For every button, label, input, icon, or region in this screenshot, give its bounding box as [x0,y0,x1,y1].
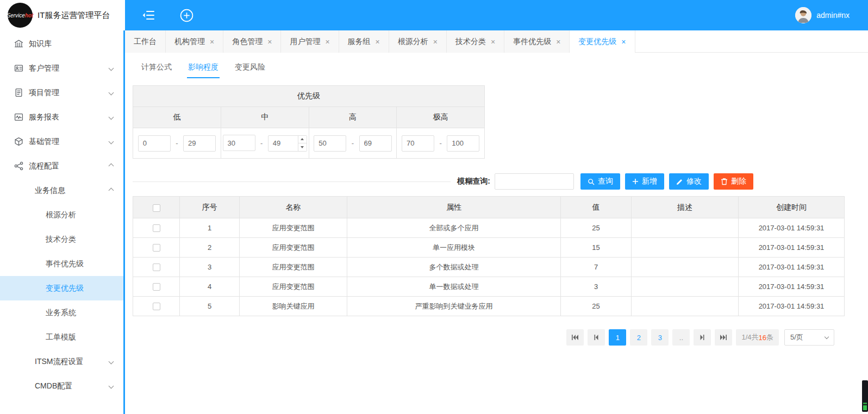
sidebar-item-label: 流程配置 [29,161,59,171]
tab-service-group[interactable]: 服务组× [339,30,389,53]
query-button-label: 查询 [598,177,613,186]
sidebar-item-label: 变更优先级 [46,284,84,293]
column-header-created: 创建时间 [739,197,845,218]
sidebar-item-service-report[interactable]: 服务报表 [0,105,125,129]
logo: Servicehot [8,3,33,28]
sidebar-item-tech-category[interactable]: 技术分类 [0,227,125,252]
subtab-calc-formula[interactable]: 计算公式 [140,58,173,78]
row-checkbox[interactable] [153,283,160,291]
row-checkbox[interactable] [153,303,160,310]
table-row[interactable]: 4 应用变更范围 单一数据或处理 3 2017-03-01 14:59:31 [133,277,845,297]
close-icon[interactable]: × [621,38,626,46]
spinner-up-icon[interactable] [298,136,307,143]
search-icon [588,178,595,185]
sidebar-item-cmdb-config[interactable]: CMDB配置 [0,374,125,398]
spinner-down-icon[interactable] [298,143,307,151]
select-all-cell [133,197,180,218]
sidebar-item-incident-priority[interactable]: 事件优先级 [0,252,125,276]
table-row[interactable]: 1 应用变更范围 全部或多个应用 25 2017-03-01 14:59:31 [133,218,845,238]
cell-attr: 单一应用模块 [347,238,561,258]
sidebar-item-change-priority[interactable]: 变更优先级 [0,276,125,300]
tab-workbench[interactable]: 工作台 [125,30,166,53]
chevron-up-icon [109,164,114,169]
chevron-down-icon [109,384,114,389]
close-icon[interactable]: × [433,38,438,46]
sidebar-item-project-mgmt[interactable]: 项目管理 [0,80,125,105]
last-page-button[interactable] [715,329,732,346]
sidebar-item-process-config[interactable]: 流程配置 [0,154,125,178]
tab-root-cause[interactable]: 根源分析× [389,30,447,53]
cell-name: 应用变更范围 [240,218,347,238]
first-page-button[interactable] [566,329,584,346]
tab-label: 服务组 [348,37,371,47]
sidebar-item-base-mgmt[interactable]: 基础管理 [0,129,125,154]
close-icon[interactable]: × [491,38,495,46]
side-nav: 知识库 客户管理 项目管理 服务报表 基础管理 流程配置 业务信息 [0,30,125,398]
delete-button[interactable]: 删除 [714,173,753,190]
close-icon[interactable]: × [376,38,380,46]
subtab-impact-level[interactable]: 影响程度 [187,58,220,78]
priority-critical-max-input[interactable] [447,135,479,152]
toolbar: 模糊查询: 查询 新增 修改 删除 [133,173,844,190]
prev-page-button[interactable] [588,329,605,346]
table-row[interactable]: 2 应用变更范围 单一应用模块 15 2017-03-01 14:59:31 [133,238,845,258]
number-spinner [298,136,307,151]
page-button-2[interactable]: 2 [630,329,647,346]
sidebar-item-root-cause[interactable]: 根源分析 [0,203,125,227]
pagination: 1 2 3 .. 1/4共16条 5/页 [133,329,844,346]
tab-user-mgmt[interactable]: 用户管理× [281,30,339,53]
page-ellipsis[interactable]: .. [672,329,690,346]
priority-low-min-input[interactable] [138,135,171,152]
edit-button[interactable]: 修改 [669,173,709,190]
close-icon[interactable]: × [267,38,272,46]
page-button-1[interactable]: 1 [609,329,626,346]
sidebar-item-knowledge-base[interactable]: 知识库 [0,32,125,56]
add-tab-icon[interactable] [179,8,194,23]
priority-mid-min-input[interactable] [223,135,255,151]
tab-change-priority[interactable]: 变更优先级× [570,30,635,53]
page-button-3[interactable]: 3 [651,329,669,346]
cube-icon [14,137,23,146]
tab-org-mgmt[interactable]: 机构管理× [166,30,223,53]
chevron-down-icon [109,115,114,120]
priority-low-max-input[interactable] [183,135,216,152]
table-row[interactable]: 3 应用变更范围 多个数据或处理 7 2017-03-01 14:59:31 [133,258,845,277]
range-separator: - [176,139,178,147]
subtab-change-risk[interactable]: 变更风险 [234,58,266,78]
row-checkbox[interactable] [153,264,160,271]
select-all-checkbox[interactable] [153,204,160,212]
priority-level-header: 低 [133,107,221,128]
close-icon[interactable]: × [325,38,329,46]
sidebar-item-business-system[interactable]: 业务系统 [0,300,125,325]
next-page-button[interactable] [694,329,711,346]
chevron-down-icon [109,359,114,365]
cell-created: 2017-03-01 14:59:31 [739,218,845,238]
page-size-select[interactable]: 5/页 [784,329,834,346]
sidebar-item-itsm-process[interactable]: ITSM流程设置 [0,349,125,374]
close-icon[interactable]: × [556,38,560,46]
tab-incident-priority[interactable]: 事件优先级× [504,30,570,53]
priority-high-min-input[interactable] [314,135,346,152]
close-icon[interactable]: × [210,38,214,46]
user-menu[interactable]: admin#nx [795,7,850,23]
tab-label: 事件优先级 [513,37,551,47]
collapse-menu-icon[interactable] [142,9,157,21]
indicator-bar [863,405,867,410]
priority-range-cell: - [133,128,221,159]
chevron-down-icon [109,139,114,145]
tab-tech-category[interactable]: 技术分类× [447,30,504,53]
table-row[interactable]: 5 影响关键应用 严重影响到关键业务应用 25 2017-03-01 14:59… [133,297,845,316]
sidebar-item-business-info[interactable]: 业务信息 [0,178,125,203]
add-button[interactable]: 新增 [625,173,664,190]
priority-high-max-input[interactable] [359,135,392,152]
sidebar-item-customer-mgmt[interactable]: 客户管理 [0,56,125,80]
row-checkbox[interactable] [153,244,160,252]
sidebar-item-label: 基础管理 [29,137,59,147]
cell-value: 3 [561,277,632,297]
row-checkbox[interactable] [153,224,160,232]
priority-critical-min-input[interactable] [402,135,434,152]
fuzzy-search-input[interactable] [495,173,574,190]
sidebar-item-ticket-template[interactable]: 工单模版 [0,325,125,349]
query-button[interactable]: 查询 [580,173,620,190]
tab-role-mgmt[interactable]: 角色管理× [223,30,281,53]
